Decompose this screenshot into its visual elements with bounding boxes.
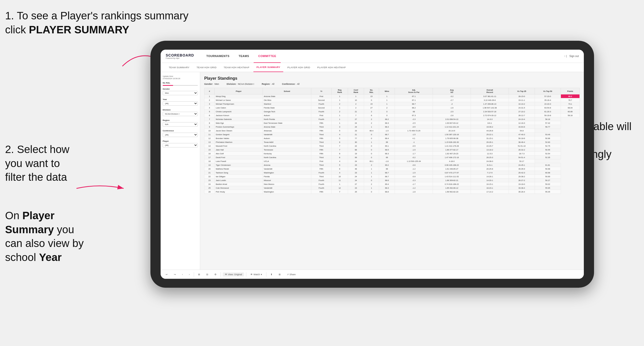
table-row: 19Tiger ChristensenArizonaThird523269.2-… (204, 163, 580, 167)
logo-area: SCOREBOARD Powered by clipd (166, 53, 194, 59)
table-row: 17David FordNorth CarolinaThird699069-0.… (204, 156, 580, 159)
year-select[interactable]: (All) (163, 101, 198, 106)
arrow-2 (71, 181, 127, 196)
table-row: 8Mats EgeEast Tennessee StateFifth124268… (204, 121, 580, 125)
sidebar: Update time: 27/03/2024 16:56:26 No Rds.… (161, 72, 200, 270)
gender-select[interactable]: Men (163, 91, 198, 95)
col-overall-record: OverallRecord (471, 88, 509, 94)
table-row: 11Gordon SargentVanderbiltThird421068.7-… (204, 133, 580, 136)
table-row: 23Jack LundinMissouriFourth1124068.6-2.3… (204, 178, 580, 182)
table-header-row: # Player School Yr RegRank ConfRank No.R… (204, 88, 580, 94)
player-select[interactable]: (All) (163, 143, 198, 147)
undo-btn[interactable]: ↩ (164, 272, 170, 276)
update-time: Update time: 27/03/2024 16:56:26 (163, 75, 198, 80)
division-select[interactable]: NCAA Division I (163, 112, 198, 116)
nav-bar: SCOREBOARD Powered by clipd TOURNAMENTS … (161, 50, 584, 63)
bottom-toolbar: ↩ ↪ ‹ › ⊞ ⊟ ⚙ 👁 View: Original 👁 Watch ▾… (161, 270, 584, 279)
col-vs-top25: Vs Top 25 (509, 88, 535, 94)
subnav-player-h2h-grid[interactable]: PLAYER H2H GRID (284, 63, 313, 72)
region-select[interactable]: N/A (163, 122, 198, 127)
col-reg-rank: RegRank (332, 88, 348, 94)
share-icon: ↗ (287, 273, 289, 276)
table-row: 16Alex GoffKentuckyFifth819068.3-1.71.92… (204, 152, 580, 156)
nav-item-teams[interactable]: TEAMS (234, 50, 254, 63)
player-label: Player (163, 140, 198, 142)
annotation-bottom: On Player Summary you can also view by s… (5, 209, 89, 264)
table-row: 22Ian GilliganFloridaThird1024168.7-0.91… (204, 175, 580, 178)
forward-btn[interactable]: › (187, 272, 192, 276)
annotation-step2: 2. Select how you want to filter the dat… (5, 143, 76, 184)
table-row: 4Luke ClatonFlorida StateSecond1227268.2… (204, 106, 580, 110)
no-rds-slider[interactable] (163, 85, 198, 86)
watch-label: Watch (253, 273, 260, 276)
conference-select[interactable]: (All) (163, 133, 198, 137)
annotation-step1-bold: PLAYER SUMMARY (29, 24, 129, 36)
logo-sub: Powered by clipd (166, 57, 194, 59)
watch-btn[interactable]: 👁 Watch ▾ (248, 272, 264, 276)
nav-icon: ↑ | (564, 55, 567, 58)
player-standings-table: # Player School Yr RegRank ConfRank No.R… (204, 88, 580, 194)
tablet-screen: SCOREBOARD Powered by clipd TOURNAMENTS … (161, 50, 584, 279)
subnav-team-h2h-heatmap[interactable]: TEAM H2H HEATMAP (221, 63, 252, 72)
main-area: Player Standings Gender: Men Division: N… (200, 72, 584, 270)
table-row: 26Petr HrubyWashingtonFifth725068.6-1.61… (204, 190, 580, 194)
table-row: 2Michael Le SassoOle MissSecond1100167.1… (204, 98, 580, 102)
col-points: Points (561, 88, 579, 94)
table-row: 24Bastien AmatNew MexicoFourth127269.4-1… (204, 182, 580, 186)
toolbar-sep4 (266, 272, 266, 277)
table-row: 7Nicholas GabrelcikNorth FloridaFourth12… (204, 117, 580, 121)
sign-out-link[interactable]: Sign out (569, 55, 579, 58)
table-row: 10Jacob Skov OlesenArkansasFifth52368.4-… (204, 129, 580, 133)
conference-label: Conference (163, 130, 198, 132)
nav-item-tournaments[interactable]: TOURNAMENTS (202, 50, 234, 63)
share-btn[interactable]: ↗ Share (285, 272, 298, 276)
col-conf-rank: ConfRank (348, 88, 364, 94)
export-btn[interactable]: ⬆ (268, 272, 275, 276)
sub-nav: TEAM SUMMARY TEAM H2H GRID TEAM H2H HEAT… (161, 63, 584, 72)
subnav-team-summary[interactable]: TEAM SUMMARY (166, 63, 192, 72)
col-avg-sg: AvgSG (433, 88, 471, 94)
grid-btn[interactable]: ⊞ (277, 272, 283, 276)
content-area: Update time: 27/03/2024 16:56:26 No Rds.… (161, 72, 584, 270)
division-label: Division (163, 109, 198, 111)
subnav-team-h2h-grid[interactable]: TEAM H2H GRID (194, 63, 220, 72)
filter-gender: Gender: Men (204, 83, 219, 85)
subnav-player-h2h-heatmap[interactable]: PLAYER H2H HEATMAP (314, 63, 349, 72)
toolbar-sep1 (194, 272, 194, 277)
table-row: 5Christo LamprechtGeorgia TechFourth2212… (204, 110, 580, 114)
col-player: Player (215, 88, 263, 94)
filter-conference: Conference: All (282, 83, 300, 85)
tablet: SCOREBOARD Powered by clipd TOURNAMENTS … (150, 41, 594, 288)
nav-item-committee[interactable]: COMMITTEE (254, 50, 281, 63)
annotation-step1: 1. To see a Player's rankings summary cl… (5, 9, 196, 37)
subnav-player-summary[interactable]: PLAYER SUMMARY (253, 63, 283, 72)
toolbar-sep3 (246, 272, 246, 277)
nav-items: TOURNAMENTS TEAMS COMMITTEE (202, 50, 564, 63)
col-adj-score: Adj.Score to Par (395, 88, 433, 94)
table-row: 21Taehoon SongWashingtonFourth423168.7-1… (204, 171, 580, 175)
filter-row: Gender: Men Division: NCAA Division I Re… (204, 83, 580, 85)
col-rank: # (204, 88, 215, 94)
paste-btn[interactable]: ⊟ (204, 272, 210, 276)
settings-btn[interactable]: ⚙ (212, 272, 218, 276)
copy-btn[interactable]: ⊞ (196, 272, 202, 276)
toolbar-sep2 (221, 272, 221, 277)
back-btn[interactable]: ‹ (180, 272, 185, 276)
table-row: 9Preston SummerhaysArizona StateThird324… (204, 125, 580, 129)
annotation-bottom-bold2: Year (39, 251, 62, 263)
view-icon: 👁 (225, 273, 227, 276)
redo-btn[interactable]: ↪ (172, 272, 178, 276)
region-label: Region (163, 119, 198, 121)
table-row: 20Matthew RiedelVanderbiltFifth648169-1.… (204, 167, 580, 171)
table-row: 13Phichaksn MaichonTexas A&MThird630169-… (204, 140, 580, 144)
table-title: Player Standings (204, 76, 580, 81)
filter-division: Division: NCAA Division I (227, 83, 254, 85)
view-original-btn[interactable]: 👁 View: Original (223, 272, 244, 276)
share-label: Share (290, 273, 296, 276)
table-row: 12Brendan ValdesAuburnFifth577068.44.11.… (204, 136, 580, 140)
table-row: 25Cole SherwoodVanderbiltFourth1223168.3… (204, 186, 580, 190)
view-label: View: Original (228, 273, 242, 276)
table-row: 15Jake HallTennesseeFifth788068.5-1.51.6… (204, 148, 580, 152)
col-vs-top50: Vs Top 50 (535, 88, 561, 94)
col-no-rds: No.Rds. (364, 88, 379, 94)
